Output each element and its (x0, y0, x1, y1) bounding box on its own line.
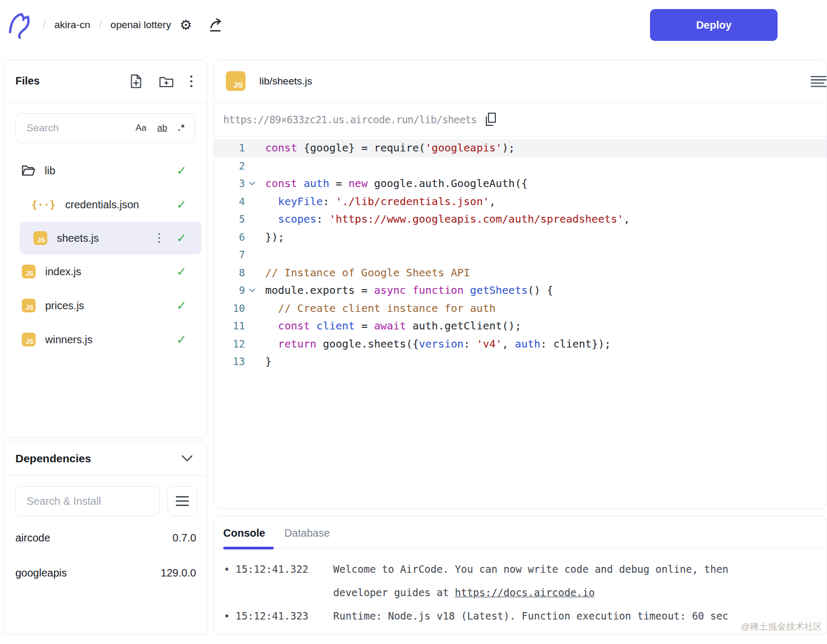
file-tree-item-winners.js[interactable]: JSwinners.js✓ (4, 323, 207, 357)
file-tree-item-credentials.json[interactable]: {··}credentials.json✓ (4, 188, 207, 222)
whole-word-icon[interactable]: ab (157, 123, 167, 133)
file-tree-item-sheets.js[interactable]: JSsheets.js✓ (20, 222, 201, 255)
code-line-8[interactable]: 8// Instance of Google Sheets API (214, 264, 826, 282)
dependencies-header[interactable]: Dependencies (4, 442, 207, 476)
function-url[interactable]: https://89×633zc21.us.aircode.run/lib/sh… (223, 114, 477, 125)
js-file-icon: JS (22, 333, 36, 346)
log-bullet: • (224, 604, 235, 628)
code-line-1[interactable]: 1const {google} = require('googleapis'); (214, 139, 826, 157)
js-file-icon: JS (226, 71, 246, 91)
file-name: winners.js (45, 334, 92, 346)
log-message: Runtime: Node.js v18 (Latest). Function … (325, 604, 729, 628)
code-text: return google.sheets({version: 'v4', aut… (259, 335, 611, 353)
match-case-icon[interactable]: Aa (136, 123, 147, 133)
console-entry-0: •15:12:41.322Welcome to AirCode. You can… (224, 557, 826, 581)
new-file-icon[interactable] (129, 74, 143, 89)
tab-database[interactable]: Database (284, 527, 330, 548)
editor-header: JS lib/sheets.js (214, 60, 826, 103)
console-entry-0-continued: developer guides at https://docs.aircode… (224, 581, 826, 604)
line-number: 11 (214, 317, 245, 335)
main-layout: Files (0, 50, 827, 634)
dependency-row-googleapis[interactable]: googleapis129.0.0 (4, 555, 207, 590)
check-icon: ✓ (176, 164, 187, 177)
files-panel: Files (3, 60, 207, 438)
chevron-down-icon[interactable] (181, 455, 193, 462)
line-number: 4 (214, 193, 245, 211)
breadcrumb-separator: / (99, 18, 102, 32)
dependency-name: googleapis (15, 567, 67, 579)
fold-chevron-icon[interactable] (245, 175, 259, 193)
new-folder-icon[interactable] (159, 75, 174, 88)
code-editor[interactable]: 1const {google} = require('googleapis');… (214, 137, 826, 509)
project-settings-gear-icon[interactable]: ⚙ (180, 18, 192, 32)
deploy-button[interactable]: Deploy (650, 9, 778, 41)
check-icon: ✓ (176, 265, 187, 278)
breadcrumb-user[interactable]: akira-cn (54, 19, 90, 31)
share-icon[interactable] (208, 18, 224, 32)
code-text: // Instance of Google Sheets API (259, 264, 470, 282)
watermark: @稀土掘金技术社区 (741, 621, 822, 633)
files-more-menu-icon[interactable] (190, 75, 193, 88)
code-line-7[interactable]: 7 (214, 246, 826, 264)
code-line-10[interactable]: 10 // Create client instance for auth (214, 300, 826, 318)
dependencies-title: Dependencies (15, 452, 91, 465)
aircode-logo-icon[interactable] (7, 11, 34, 39)
code-text: const {google} = require('googleapis'); (259, 139, 515, 157)
breadcrumb-project[interactable]: openai lottery (111, 19, 171, 31)
js-file-icon: JS (22, 265, 36, 278)
console-tabs: Console Database (214, 516, 826, 549)
tab-console[interactable]: Console (223, 527, 265, 548)
dependency-row-aircode[interactable]: aircode0.7.0 (4, 520, 207, 555)
log-timestamp: 15:12:41.322 (235, 557, 325, 581)
code-line-12[interactable]: 12 return google.sheets({version: 'v4', … (214, 335, 826, 353)
code-line-2[interactable]: 2 (214, 157, 826, 175)
file-tree-item-index.js[interactable]: JSindex.js✓ (4, 255, 207, 289)
files-header: Files (4, 60, 207, 103)
code-line-3[interactable]: 3const auth = new google.auth.GoogleAuth… (214, 175, 826, 193)
editor-panel: JS lib/sheets.js https://89×633zc21.us.a… (214, 60, 827, 509)
log-message: Welcome to AirCode. You can now write co… (325, 557, 729, 581)
file-tree-item-lib[interactable]: lib✓ (4, 154, 207, 188)
code-line-11[interactable]: 11 const client = await auth.getClient()… (214, 317, 826, 335)
code-line-5[interactable]: 5 scopes: 'https://www.googleapis.com/au… (214, 210, 826, 228)
code-line-6[interactable]: 6}); (214, 228, 826, 247)
file-name: lib (45, 165, 55, 177)
code-line-4[interactable]: 4 keyFile: './lib/credentials.json', (214, 193, 826, 211)
copy-url-icon[interactable] (484, 112, 497, 126)
code-text (259, 246, 265, 264)
file-name: credentials.json (65, 199, 139, 211)
editor-format-icon[interactable] (811, 73, 827, 90)
dependency-name: aircode (15, 532, 50, 544)
code-line-13[interactable]: 13} (214, 353, 826, 371)
file-name: sheets.js (57, 232, 99, 244)
regex-icon[interactable]: .* (178, 123, 185, 133)
file-menu-icon[interactable] (158, 233, 161, 243)
log-link[interactable]: https://docs.aircode.io (455, 587, 595, 598)
top-bar: / akira-cn / openai lottery ⚙ Deploy (0, 0, 827, 50)
dependency-list: aircode0.7.0googleapis129.0.0 (4, 520, 207, 590)
console-panel: Console Database •15:12:41.322Welcome to… (214, 515, 827, 634)
line-number: 5 (214, 210, 245, 228)
json-file-icon: {··} (31, 199, 56, 210)
dependency-search-input[interactable] (15, 486, 160, 516)
code-text: } (259, 353, 272, 371)
js-file-icon: JS (22, 299, 36, 312)
files-title: Files (15, 75, 40, 87)
code-text (259, 157, 265, 175)
code-text: const client = await auth.getClient(); (259, 317, 521, 335)
file-tree-item-prices.js[interactable]: JSprices.js✓ (4, 289, 207, 323)
files-search-box: Aa ab .* (15, 113, 195, 143)
code-line-9[interactable]: 9module.exports = async function getShee… (214, 282, 826, 300)
file-name: index.js (45, 266, 81, 278)
check-icon: ✓ (176, 198, 187, 211)
console-entry-1: •15:12:41.323Runtime: Node.js v18 (Lates… (224, 604, 826, 628)
dependencies-menu-button[interactable] (167, 486, 197, 516)
fold-chevron-icon[interactable] (245, 282, 259, 300)
files-search-row: Aa ab .* (4, 103, 207, 149)
log-timestamp: 15:12:41.323 (235, 604, 325, 628)
file-name: prices.js (45, 300, 84, 312)
sidebar: Files (3, 60, 207, 634)
code-text: // Create client instance for auth (259, 300, 496, 318)
aircode-app: / akira-cn / openai lottery ⚙ Deploy Fil… (0, 0, 827, 644)
files-search-input[interactable] (26, 122, 136, 134)
